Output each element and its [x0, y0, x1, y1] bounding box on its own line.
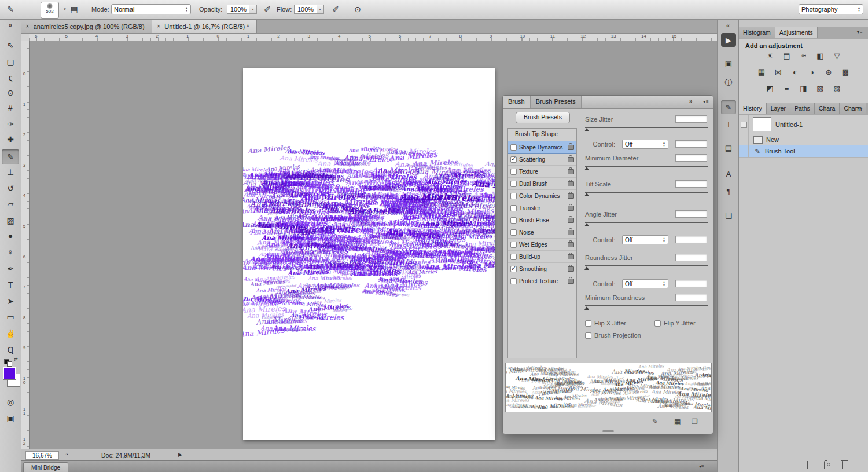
value-input[interactable] [675, 236, 707, 243]
panel-menu-icon[interactable]: ▾≡ [857, 105, 863, 111]
current-tool-icon[interactable]: ✎ [3, 3, 17, 16]
close-icon[interactable]: ✕ [157, 24, 161, 29]
opacity-input[interactable]: 100% [227, 5, 250, 14]
levels-icon[interactable]: ▤ [781, 50, 793, 61]
photo-filter-icon[interactable]: ◑ [806, 67, 818, 77]
history-source-well[interactable] [739, 145, 749, 157]
control-dropdown[interactable]: Off▲▼ [622, 235, 668, 244]
curves-icon[interactable]: ≈ [797, 50, 810, 61]
option-flip-y-jitter[interactable]: Flip Y Jitter [654, 320, 696, 327]
workspace-dropdown[interactable]: Photography ▲▼ [799, 4, 863, 14]
flow-input[interactable]: 100% [294, 5, 317, 14]
clone-stamp-tool[interactable]: ⊥ [2, 164, 19, 180]
screen-mode-button[interactable]: ▣ [2, 411, 19, 426]
slider[interactable] [585, 127, 708, 128]
pressure-size-icon[interactable]: ⊙ [351, 3, 365, 16]
slider[interactable] [585, 265, 708, 266]
actions-icon[interactable]: ▶ [721, 33, 736, 47]
flow-dropdown-arrow-icon[interactable]: ▾ [317, 5, 324, 14]
posterize-icon[interactable]: ≡ [781, 83, 793, 93]
value-input[interactable] [675, 154, 707, 162]
panel-menu-icon[interactable]: ▾≡ [857, 30, 863, 35]
gradient-map-icon[interactable]: ▨ [831, 83, 844, 93]
document-tab[interactable]: ✕Untitled-1 @ 16,7% (RGB/8) * [152, 20, 257, 33]
dodge-tool[interactable]: ♀ [2, 244, 19, 259]
history-state[interactable]: ✎Brush Tool [739, 145, 868, 158]
slider[interactable] [585, 166, 708, 167]
brush-tool[interactable]: ✎ [2, 149, 19, 164]
checkbox[interactable] [585, 320, 591, 327]
eraser-tool[interactable]: ▱ [2, 196, 19, 211]
default-swap-colors[interactable]: ⇄ [3, 357, 18, 365]
layer-comps-icon[interactable]: ▤ [721, 141, 736, 155]
history-source-well[interactable] [739, 115, 749, 134]
value-input[interactable] [675, 180, 707, 188]
canvas-document[interactable]: Ana MirelesAna MirelesAna MirelesAna Mir… [243, 68, 495, 440]
slider[interactable] [585, 305, 708, 306]
airbrush-icon[interactable]: ✐ [329, 3, 343, 16]
option-brush-projection[interactable]: Brush Projection [585, 332, 641, 339]
quick-mask-button[interactable]: ◎ [2, 394, 19, 409]
control-dropdown[interactable]: Off▲▼ [622, 140, 668, 149]
panel-resize-grip[interactable] [602, 430, 614, 432]
texture-protect-icon[interactable]: ▦ [674, 418, 681, 426]
exposure-icon[interactable]: ◧ [814, 50, 827, 61]
crop-tool[interactable]: # [2, 100, 19, 115]
shape-tool[interactable]: ▭ [2, 309, 19, 324]
history-state[interactable]: New [739, 134, 868, 146]
new-brush-icon[interactable]: ❐ [692, 418, 698, 426]
zoom-tool[interactable]: Ɋ [2, 342, 19, 357]
tool-presets-icon[interactable]: ▣ [721, 56, 736, 70]
vertical-ruler[interactable]: 01234567891 01 11 2 [21, 41, 30, 449]
option-flip-x-jitter[interactable]: Flip X Jitter [585, 320, 626, 327]
move-tool[interactable]: ⇖ [2, 38, 19, 53]
close-icon[interactable]: ✕ [25, 24, 30, 29]
value-input[interactable] [675, 140, 707, 148]
selective-color-icon[interactable]: ▧ [814, 83, 827, 93]
marquee-tool[interactable]: ▢ [2, 54, 19, 69]
document-tab[interactable]: ✕anamireles5 copy.jpg @ 100% (RGB/8) [21, 20, 152, 33]
history-brush-tool[interactable]: ↺ [2, 181, 19, 196]
healing-brush-tool[interactable]: ✚ [2, 132, 19, 147]
toolbar-collapse-icon[interactable]: » [0, 21, 21, 28]
path-selection-tool[interactable]: ➤ [2, 294, 19, 309]
color-lookup-icon[interactable]: ▩ [839, 67, 852, 77]
tab-layer[interactable]: Layer [767, 103, 790, 114]
slider[interactable] [585, 192, 708, 193]
tab-chara[interactable]: Chara [815, 103, 840, 114]
lasso-tool[interactable]: ς [2, 70, 19, 85]
hue-saturation-icon[interactable]: ▦ [755, 67, 768, 77]
zoom-level-input[interactable]: 16,67% [25, 451, 59, 460]
blend-mode-dropdown[interactable]: Normal ▲▼ [111, 4, 191, 14]
new-snapshot-icon[interactable] [824, 462, 825, 469]
black-white-icon[interactable]: ◐ [789, 67, 801, 77]
character-panel-icon[interactable]: A [721, 167, 736, 181]
value-input[interactable] [675, 115, 707, 123]
channel-mixer-icon[interactable]: ⊛ [822, 67, 835, 77]
hand-tool[interactable]: ✌ [2, 326, 19, 341]
type-tool[interactable]: T [2, 277, 19, 292]
paragraph-panel-icon[interactable]: ¶ [721, 184, 736, 198]
slider[interactable] [585, 222, 708, 223]
brush-preset-picker[interactable]: 502 [41, 2, 59, 19]
horizontal-ruler[interactable]: 6543210123456789101112131415 [29, 33, 717, 41]
expand-panels-icon[interactable]: « [718, 22, 738, 29]
gradient-tool[interactable]: ▨ [2, 213, 19, 228]
brightness-contrast-icon[interactable]: ☀ [764, 50, 777, 61]
history-source-well[interactable] [739, 134, 749, 145]
status-arrow-icon[interactable]: ▶ [178, 452, 182, 458]
tab-histogram[interactable]: Histogram [739, 27, 775, 38]
toggle-brush-panel-icon[interactable]: ▤ [67, 3, 81, 16]
eyedropper-tool[interactable]: ✑ [2, 116, 19, 131]
character-styles-icon[interactable]: ❏ [721, 208, 736, 222]
checkbox[interactable] [654, 320, 661, 327]
status-indicator-icon[interactable]: ◔ [65, 451, 69, 458]
info-icon[interactable]: ⓘ [721, 76, 736, 90]
tab-adjustments[interactable]: Adjustments [775, 27, 818, 38]
clone-source-icon[interactable]: ⊥ [721, 118, 736, 131]
pressure-opacity-icon[interactable]: ✐ [260, 3, 274, 16]
value-input[interactable] [675, 210, 707, 218]
value-input[interactable] [675, 280, 707, 287]
blur-tool[interactable]: ● [2, 228, 19, 243]
color-balance-icon[interactable]: ⋈ [772, 67, 785, 77]
